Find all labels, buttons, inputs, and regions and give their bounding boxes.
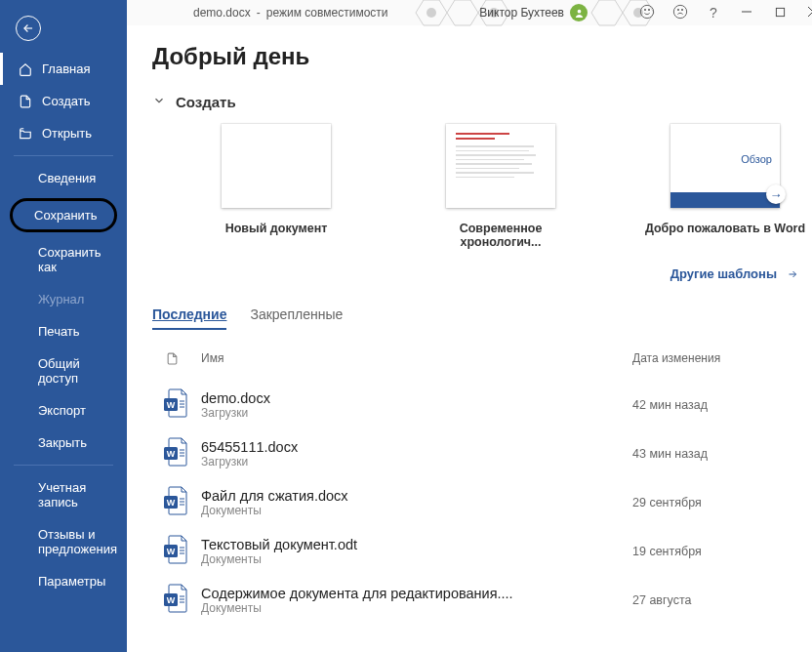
svg-text:W: W	[167, 449, 176, 459]
template-blank-label: Новый документ	[193, 222, 359, 235]
nav-save-label: Сохранить	[34, 208, 98, 223]
templates-row: Новый документ Совре	[193, 124, 808, 249]
back-button[interactable]	[16, 16, 41, 41]
file-row[interactable]: W Содержимое документа для редактировани…	[152, 576, 808, 625]
svg-point-5	[426, 8, 436, 18]
recent-tabs: Последние Закрепленные	[152, 306, 808, 330]
nav-export-label: Экспорт	[38, 403, 86, 418]
file-location: Загрузки	[201, 455, 632, 469]
file-name: Содержимое документа для редактирования.…	[201, 586, 632, 601]
nav-info[interactable]: Сведения	[0, 162, 127, 194]
svg-point-14	[681, 9, 682, 10]
template-resume[interactable]: Современное хронологич...	[418, 124, 584, 249]
col-name-header: Имя	[201, 351, 632, 369]
svg-point-8	[577, 9, 581, 13]
nav-share[interactable]: Общий доступ	[0, 347, 127, 394]
file-row[interactable]: W Файл для сжатия.docx Документы 29 сент…	[152, 478, 808, 527]
frown-icon[interactable]	[671, 4, 689, 22]
nav-open-label: Открыть	[42, 126, 92, 141]
svg-point-10	[644, 9, 645, 10]
titlebar-sep: -	[257, 6, 261, 20]
svg-text:W: W	[167, 498, 176, 508]
nav-open[interactable]: Открыть	[0, 117, 127, 149]
nav-save-as-label: Сохранить как	[38, 245, 115, 274]
file-row[interactable]: W 65455111.docx Загрузки 43 мин назад	[152, 429, 808, 478]
folder-open-icon	[19, 127, 32, 141]
tab-pinned[interactable]: Закрепленные	[250, 306, 343, 330]
nav-home[interactable]: Главная	[0, 53, 127, 85]
file-info: Файл для сжатия.docx Документы	[201, 488, 632, 517]
maximize-button[interactable]	[771, 5, 789, 20]
create-section-header: Создать	[152, 94, 808, 110]
template-welcome[interactable]: Обзор → Добро пожаловать в Word	[642, 124, 808, 249]
arrow-right-icon: →	[766, 184, 786, 204]
nav-save-as[interactable]: Сохранить как	[0, 236, 127, 283]
file-name: Файл для сжатия.docx	[201, 488, 632, 504]
nav-account[interactable]: Учетная запись	[0, 471, 127, 518]
chevron-down-icon[interactable]	[152, 94, 166, 110]
close-button[interactable]	[804, 5, 812, 20]
file-date: 43 мин назад	[632, 447, 808, 461]
file-row[interactable]: W demo.docx Загрузки 42 мин назад	[152, 381, 808, 429]
file-location: Документы	[201, 504, 632, 517]
file-info: Текстовый документ.odt Документы	[201, 537, 632, 566]
template-blank-thumb	[222, 124, 331, 208]
file-location: Документы	[201, 552, 632, 566]
svg-point-13	[677, 9, 678, 10]
file-location: Загрузки	[201, 406, 632, 420]
person-icon	[574, 8, 585, 19]
file-row[interactable]: W Текстовый документ.odt Документы 19 се…	[152, 527, 808, 576]
avatar	[570, 4, 588, 21]
nav-export[interactable]: Экспорт	[0, 394, 127, 427]
page-title: Добрый день	[152, 43, 808, 70]
nav-home-label: Главная	[42, 61, 90, 76]
template-resume-thumb	[446, 124, 555, 208]
col-icon-header	[152, 351, 201, 369]
help-icon[interactable]: ?	[705, 5, 722, 20]
file-date: 29 сентября	[632, 496, 808, 509]
template-blank[interactable]: Новый документ	[193, 124, 359, 249]
app-root: Главная Создать Открыть Сведения Сохрани…	[0, 0, 812, 652]
nav-create[interactable]: Создать	[0, 85, 127, 117]
minimize-button[interactable]	[738, 5, 755, 20]
nav-save[interactable]: Сохранить	[10, 198, 117, 232]
nav-close[interactable]: Закрыть	[0, 427, 127, 459]
file-date: 42 мин назад	[632, 398, 808, 412]
word-doc-icon: W	[152, 535, 201, 568]
nav-divider-2	[14, 465, 113, 466]
word-doc-icon: W	[152, 437, 201, 470]
svg-marker-0	[416, 0, 447, 25]
file-name: 65455111.docx	[201, 439, 632, 455]
backstage-sidebar: Главная Создать Открыть Сведения Сохрани…	[0, 0, 127, 652]
word-doc-icon: W	[152, 584, 201, 617]
nav-account-label: Учетная запись	[38, 480, 115, 509]
file-list: W demo.docx Загрузки 42 мин назад W 6545…	[152, 381, 808, 625]
nav-journal-label: Журнал	[38, 292, 84, 306]
svg-text:W: W	[167, 547, 176, 556]
more-templates-link[interactable]: Другие шаблоны	[152, 266, 800, 281]
svg-point-11	[648, 9, 649, 10]
tab-recent[interactable]: Последние	[152, 306, 226, 330]
file-name: demo.docx	[201, 390, 632, 406]
titlebar-controls: ?	[638, 4, 812, 22]
smile-icon[interactable]	[638, 4, 656, 22]
titlebar-filename: demo.docx	[193, 6, 251, 20]
template-welcome-label: Добро пожаловать в Word	[642, 222, 808, 235]
home-icon	[19, 62, 32, 76]
list-header: Имя Дата изменения	[152, 346, 808, 381]
nav-options[interactable]: Параметры	[0, 565, 127, 597]
main-area: demo.docx - режим совместимости Виктор Б…	[127, 0, 812, 652]
file-info: Содержимое документа для редактирования.…	[201, 586, 632, 615]
arrow-left-icon	[21, 21, 35, 35]
titlebar-user[interactable]: Виктор Бухтеев	[479, 4, 588, 21]
nav-create-label: Создать	[42, 94, 90, 108]
file-name: Текстовый документ.odt	[201, 537, 632, 552]
user-name-label: Виктор Бухтеев	[479, 6, 564, 20]
back-row	[0, 2, 127, 53]
nav-divider	[14, 155, 113, 156]
col-date-header: Дата изменения	[632, 351, 808, 369]
nav-print[interactable]: Печать	[0, 315, 127, 347]
nav-feedback[interactable]: Отзывы и предложения	[0, 518, 127, 565]
nav-info-label: Сведения	[38, 171, 96, 185]
nav-feedback-label1: Отзывы и	[38, 527, 96, 542]
